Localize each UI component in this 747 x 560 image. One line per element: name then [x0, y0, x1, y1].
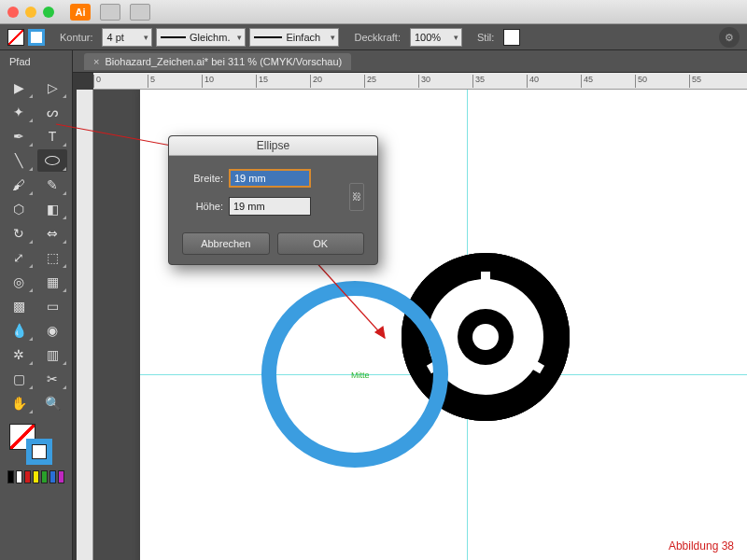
zoom-icon[interactable] [43, 7, 54, 18]
svg-point-2 [472, 324, 499, 350]
document-tab[interactable]: ×Biohazard_Zeichen.ai* bei 311 % (CMYK/V… [84, 53, 351, 70]
ruler-tick: 10 [202, 75, 214, 88]
column-graph-tool[interactable]: ▥ [37, 343, 67, 366]
eraser-tool[interactable]: ◧ [37, 198, 67, 220]
free-transform-tool[interactable]: ⬚ [37, 246, 67, 269]
svg-line-8 [313, 259, 385, 338]
stroke-dash-dropdown[interactable]: Gleichm. [156, 28, 246, 47]
color-swatch[interactable] [33, 470, 39, 483]
ellipse-dialog: Ellipse Breite: Höhe: ⛓ Abbrechen OK [168, 135, 378, 265]
ruler-tick: 45 [581, 75, 593, 88]
stroke-label: Kontur: [60, 32, 92, 43]
color-swatch[interactable] [49, 470, 56, 483]
close-tab-icon[interactable]: × [93, 56, 99, 67]
opacity-dropdown[interactable]: 100% [410, 28, 462, 47]
gradient-tool[interactable]: ▭ [37, 295, 67, 317]
selection-type-label: Pfad [0, 50, 72, 73]
direct-selection-tool[interactable]: ▷ [37, 77, 67, 99]
link-dimensions-icon[interactable]: ⛓ [349, 183, 364, 211]
style-swatch[interactable] [503, 29, 520, 46]
width-input[interactable] [229, 169, 311, 188]
blob-brush-tool[interactable]: ⬡ [4, 198, 34, 220]
stroke-swatch[interactable] [28, 29, 45, 46]
swatch-row [0, 467, 72, 487]
blend-tool[interactable]: ◉ [37, 319, 67, 342]
bridge-button[interactable] [100, 4, 120, 21]
color-swatch[interactable] [16, 470, 22, 483]
shape-builder-tool[interactable]: ◎ [4, 271, 34, 293]
slice-tool[interactable]: ✂ [37, 368, 67, 390]
opacity-label: Deckkraft: [354, 32, 401, 43]
perspective-tool[interactable]: ▦ [37, 271, 67, 293]
width-label: Breite: [182, 173, 223, 184]
ruler-tick: 50 [635, 75, 647, 88]
hand-tool[interactable]: ✋ [4, 392, 34, 414]
dialog-title: Ellipse [169, 136, 377, 156]
height-label: Höhe: [182, 201, 223, 212]
ruler-tick: 30 [418, 75, 430, 88]
gear-icon[interactable]: ⚙ [719, 27, 740, 48]
color-swatch[interactable] [24, 470, 31, 483]
mesh-tool[interactable]: ▩ [4, 295, 34, 317]
ruler-tick: 20 [310, 75, 322, 88]
ok-button[interactable]: OK [277, 232, 365, 255]
annotation-arrow-ok [308, 254, 402, 347]
svg-rect-3 [481, 272, 490, 309]
control-panel: Kontur: 4 pt Gleichm. Einfach Deckkraft:… [0, 24, 747, 50]
height-input[interactable] [229, 197, 311, 216]
ruler-tick: 40 [527, 75, 539, 88]
symbol-sprayer-tool[interactable]: ✲ [4, 343, 34, 366]
eyedropper-tool[interactable]: 💧 [4, 319, 34, 342]
cancel-button[interactable]: Abbrechen [182, 232, 270, 255]
ruler-tick: 5 [148, 75, 155, 88]
ruler-tick: 15 [256, 75, 268, 88]
figure-caption: Abbildung 38 [669, 539, 734, 553]
rotate-tool[interactable]: ↻ [4, 222, 34, 245]
close-icon[interactable] [7, 7, 19, 18]
ruler-vertical[interactable] [77, 90, 93, 560]
paintbrush-tool[interactable]: 🖌 [4, 174, 34, 196]
stroke-color-icon[interactable] [26, 439, 52, 465]
document-tab-bar: ×Biohazard_Zeichen.ai* bei 311 % (CMYK/V… [0, 50, 747, 73]
ruler-horizontal[interactable]: 0510152025303540455055 [93, 73, 747, 90]
app-icon: Ai [70, 4, 91, 21]
ruler-tick: 0 [93, 75, 101, 88]
ruler-tick: 55 [689, 75, 701, 88]
line-tool[interactable]: ╲ [4, 149, 34, 172]
selection-tool[interactable]: ▶ [4, 77, 34, 99]
style-label: Stil: [477, 32, 494, 43]
artboard-tool[interactable]: ▢ [4, 368, 34, 390]
ruler-tick: 35 [472, 75, 485, 88]
stroke-weight-dropdown[interactable]: 4 pt [102, 28, 152, 47]
window-titlebar: Ai [0, 0, 747, 24]
brush-dropdown[interactable]: Einfach [249, 28, 339, 47]
center-snap-label: Mitte [351, 371, 370, 380]
fill-stroke-control[interactable] [0, 424, 72, 467]
reflect-tool[interactable]: ⇔ [37, 222, 67, 245]
pencil-tool[interactable]: ✎ [37, 174, 67, 196]
scale-tool[interactable]: ⤢ [4, 246, 34, 269]
color-swatch[interactable] [7, 470, 14, 483]
minimize-icon[interactable] [25, 7, 36, 18]
ruler-tick: 25 [364, 75, 376, 88]
color-swatch[interactable] [41, 470, 48, 483]
arrange-button[interactable] [130, 4, 150, 21]
magic-wand-tool[interactable]: ✦ [4, 101, 34, 123]
fill-swatch[interactable] [7, 29, 24, 46]
pen-tool[interactable]: ✒ [4, 125, 34, 147]
zoom-tool[interactable]: 🔍 [37, 392, 67, 414]
color-swatch[interactable] [58, 470, 64, 483]
